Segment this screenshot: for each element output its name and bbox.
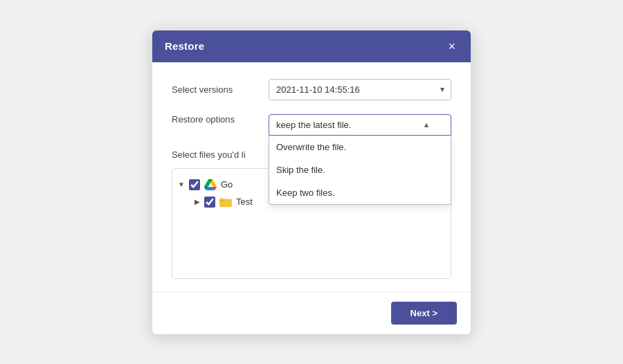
select-versions-label: Select versions xyxy=(172,84,269,95)
dialog-body: Select versions 2021-11-10 14:55:16 ▾ Re… xyxy=(152,62,471,334)
expand-arrow-icon[interactable]: ▼ xyxy=(178,181,185,188)
restore-options-arrow-icon: ▴ xyxy=(424,120,428,129)
dropdown-item-overwrite[interactable]: Overwrite the file. xyxy=(269,136,451,158)
versions-select[interactable]: 2021-11-10 14:55:16 xyxy=(269,79,451,100)
dialog-title: Restore xyxy=(165,40,204,52)
dropdown-item-keep-two[interactable]: Keep two files. xyxy=(269,181,451,204)
versions-select-wrapper: 2021-11-10 14:55:16 ▾ xyxy=(269,79,451,100)
folder-icon xyxy=(219,197,232,208)
restore-options-menu: Overwrite the file. Skip the file. Keep … xyxy=(269,136,451,205)
dialog-header: Restore × xyxy=(152,30,471,62)
restore-options-selected-text: keep the latest file. xyxy=(276,120,351,130)
root-checkbox[interactable] xyxy=(189,179,200,190)
close-button[interactable]: × xyxy=(445,39,458,54)
next-button[interactable]: Next > xyxy=(391,302,457,325)
restore-options-label: Restore options xyxy=(172,114,269,125)
test-expand-arrow-icon[interactable]: ▶ xyxy=(195,198,200,206)
svg-rect-2 xyxy=(219,198,224,200)
select-versions-row: Select versions 2021-11-10 14:55:16 ▾ xyxy=(172,79,451,100)
restore-options-dropdown-wrapper: keep the latest file. ▴ Overwrite the fi… xyxy=(269,114,451,136)
test-checkbox[interactable] xyxy=(204,197,215,208)
gdrive-icon xyxy=(204,179,217,191)
restore-options-row: Restore options keep the latest file. ▴ … xyxy=(172,114,451,136)
restore-dialog: Restore × Select versions 2021-11-10 14:… xyxy=(152,30,471,334)
dropdown-item-skip[interactable]: Skip the file. xyxy=(269,158,451,181)
restore-options-selected[interactable]: keep the latest file. ▴ xyxy=(269,114,451,136)
test-item-name: Test xyxy=(236,197,253,207)
root-item-name: Go xyxy=(221,179,233,190)
dialog-footer: Next > xyxy=(152,291,471,334)
